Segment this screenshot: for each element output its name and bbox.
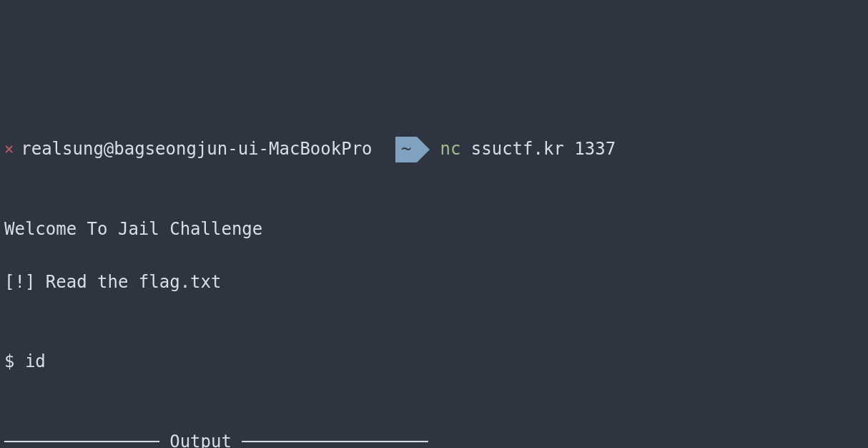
output-separator-top: ─────────────── Output ─────────────────… — [4, 429, 864, 448]
output-label: Output — [159, 429, 242, 448]
cmd-space — [460, 136, 470, 162]
user-host: realsung@bagseongjun-ui-MacBookPro — [21, 136, 372, 162]
command-args[interactable]: ssuctf.kr 1337 — [471, 136, 616, 162]
dash-left: ─────────────── — [4, 429, 159, 448]
chevron-right-icon — [417, 137, 430, 162]
cwd-text: ~ — [401, 136, 411, 162]
chevron-right-icon — [383, 137, 395, 162]
cwd-segment: ~ — [395, 137, 417, 162]
close-icon: ✕ — [4, 137, 14, 161]
shell-prompt-line: ✕ realsung@bagseongjun-ui-MacBookPro ~ n… — [4, 136, 864, 162]
welcome-line: Welcome To Jail Challenge — [4, 216, 864, 243]
prompt-spacer — [373, 136, 383, 162]
dash-right: ────────────────── — [242, 429, 428, 448]
typed-command[interactable]: id — [25, 351, 46, 371]
hint-line: [!] Read the flag.txt — [4, 269, 864, 296]
command-name[interactable]: nc — [440, 136, 460, 162]
prompt-arrow-segment: ~ — [383, 137, 430, 162]
ps1: $ — [4, 351, 25, 371]
cmd-line-1[interactable]: $ id — [4, 349, 864, 375]
